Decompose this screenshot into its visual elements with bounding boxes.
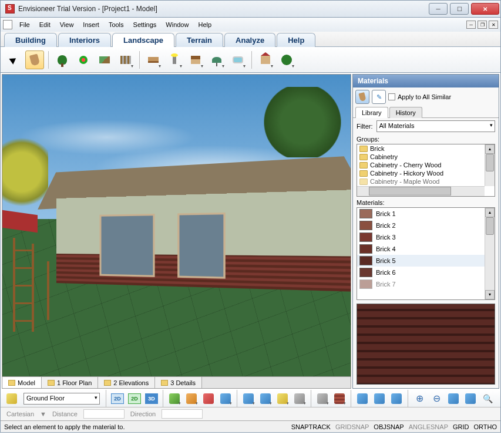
snap-gridsnap[interactable]: GRIDSNAP [335,423,369,430]
material-item[interactable]: Brick 7 [357,278,495,290]
tab-library[interactable]: Library [355,107,388,118]
view-3d-button[interactable]: 3D [144,392,159,406]
snap-ortho[interactable]: ORTHO [473,423,497,430]
zoom-out-button[interactable]: ⊖ [429,392,444,406]
menu-window[interactable]: Window [161,19,193,30]
grading-tool[interactable] [95,50,114,69]
texture-tool-2[interactable] [332,392,347,406]
nav-tool-3[interactable] [218,392,233,406]
render-icon [277,393,288,404]
location-combo[interactable]: Ground Floor [23,393,100,405]
material-item[interactable]: Brick 4 [357,243,495,255]
camera-tool[interactable] [292,392,307,406]
nav-tool-1[interactable] [167,392,182,406]
materials-list[interactable]: Brick 1 Brick 2 Brick 3 Brick 4 Brick 5 … [357,207,495,300]
group-item[interactable]: Cabinetry [357,153,495,161]
eyedropper-button[interactable]: ✎ [372,90,386,104]
filter-combo[interactable]: All Materials [376,120,496,132]
view-tab-model[interactable]: Model [2,377,42,388]
ribbon-tabs: Building Interiors Landscape Terrain Ana… [0,32,501,47]
plant-flower-tool[interactable] [74,50,93,69]
group-item[interactable]: Cabinetry - Maple Wood [357,177,495,186]
view-tab-label: 1 Floor Plan [57,379,92,386]
shed-tool[interactable] [256,50,275,69]
paint-mode-button[interactable] [355,90,369,104]
material-item[interactable]: Brick 6 [357,267,495,278]
texture-tool-1[interactable] [315,392,330,406]
vertical-scrollbar[interactable]: ▴ [485,144,495,186]
material-item[interactable]: Brick 3 [357,231,495,243]
material-item[interactable]: Brick 5 [357,255,495,267]
mdi-minimize-button[interactable]: ─ [466,21,476,29]
vis-tool-3[interactable] [389,392,404,406]
snap-grid[interactable]: GRID [453,423,469,430]
nav-tool-2[interactable] [184,392,199,406]
window-close-button[interactable]: ✕ [471,3,499,15]
snap-snaptrack[interactable]: SNAPTRACK [291,423,331,430]
view-2d-button[interactable]: 2D [110,392,125,406]
mdi-restore-button[interactable]: ❐ [478,21,487,29]
view-2d-alt-button[interactable]: 2D [127,392,142,406]
tab-building[interactable]: Building [4,33,57,47]
group-item[interactable]: Brick [357,144,495,153]
pool-tool[interactable] [228,50,247,69]
tab-history[interactable]: History [389,107,422,118]
gazebo-tool[interactable] [186,50,205,69]
umbrella-tool[interactable] [207,50,226,69]
vis-tool-2[interactable] [372,392,387,406]
material-paint-tool[interactable] [25,50,44,69]
furniture-tool[interactable] [144,50,163,69]
tab-help[interactable]: Help [277,33,315,47]
render-tool-3[interactable] [275,392,290,406]
window-maximize-button[interactable]: ☐ [450,3,469,15]
view-tab-details[interactable]: 3 Details [155,377,202,388]
fence-tool[interactable] [116,50,135,69]
tab-terrain[interactable]: Terrain [176,33,223,47]
view-tab-elevations[interactable]: 2 Elevations [98,377,155,388]
vis-tool-1[interactable] [355,392,370,406]
menu-settings[interactable]: Settings [129,19,162,30]
tab-interiors[interactable]: Interiors [58,33,111,47]
location-icon[interactable] [4,392,19,406]
menu-help[interactable]: Help [193,19,216,30]
material-item[interactable]: Brick 2 [357,220,495,231]
tab-landscape[interactable]: Landscape [112,33,174,47]
zoom-realtime-button[interactable]: 🔍 [480,392,495,406]
lighting-tool[interactable] [165,50,184,69]
direction-field[interactable] [162,409,203,419]
material-item[interactable]: Brick 1 [357,208,495,220]
zoom-window-button[interactable] [446,392,461,406]
menu-insert[interactable]: Insert [78,19,104,30]
home-view-button[interactable] [201,392,216,406]
select-tool[interactable] [4,50,23,69]
separator [106,390,106,407]
window-minimize-button[interactable]: ─ [429,3,448,15]
menu-edit[interactable]: Edit [35,19,55,30]
vertical-scrollbar[interactable]: ▴▾ [485,208,495,299]
group-item[interactable]: Cabinetry - Cherry Wood [357,161,495,169]
3d-viewport[interactable]: Model 1 Floor Plan 2 Elevations 3 Detail… [2,74,351,389]
filter-row: Filter: All Materials [353,118,499,134]
mdi-close-button[interactable]: ✕ [489,21,498,29]
menu-file[interactable]: File [15,19,35,30]
large-tree-tool[interactable] [277,50,296,69]
group-item[interactable]: Cabinetry - Hickory Wood [357,169,495,177]
brush-icon [29,53,40,66]
coord-mode[interactable]: Cartesian [6,410,34,417]
groups-list[interactable]: Brick Cabinetry Cabinetry - Cherry Wood … [357,144,495,197]
view-tab-floorplan[interactable]: 1 Floor Plan [42,377,98,388]
zoom-extents-button[interactable] [463,392,478,406]
snap-objsnap[interactable]: OBJSNAP [374,423,404,430]
apply-all-checkbox[interactable] [388,93,395,100]
snap-anglesnap[interactable]: ANGLESNAP [409,423,448,430]
menu-view[interactable]: View [55,19,79,30]
horizontal-scrollbar[interactable] [357,186,485,196]
plant-tree-tool[interactable] [53,50,72,69]
zoom-in-button[interactable]: ⊕ [412,392,427,406]
menu-tools[interactable]: Tools [104,19,129,30]
document-icon[interactable] [3,20,12,29]
distance-field[interactable] [83,409,125,419]
render-tool-1[interactable] [241,392,256,406]
render-tool-2[interactable] [258,392,273,406]
tab-analyze[interactable]: Analyze [224,33,275,47]
